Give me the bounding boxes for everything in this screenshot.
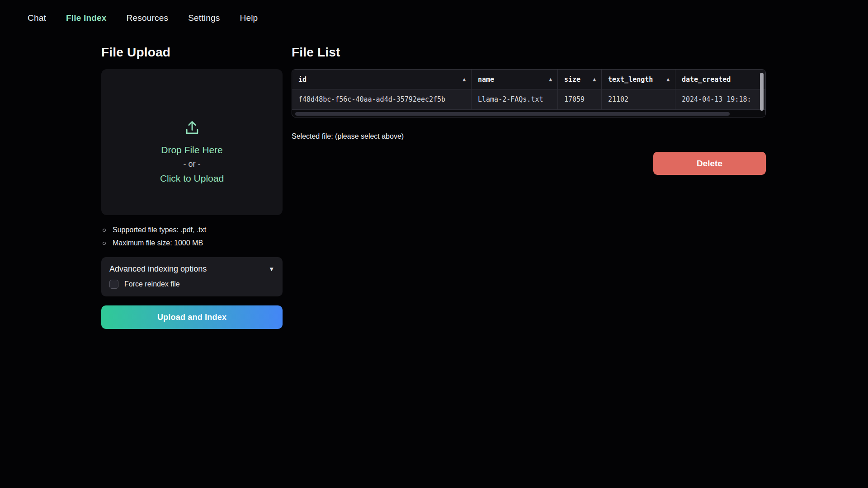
delete-button[interactable]: Delete (653, 152, 766, 175)
column-label: text_length (608, 75, 653, 84)
cell-id[interactable]: f48d48bc-f56c-40aa-ad4d-35792eec2f5b (292, 89, 472, 109)
note-text: Maximum file size: 1000 MB (113, 239, 203, 247)
upload-icon (184, 119, 201, 138)
dropzone-or-text: - or - (184, 160, 201, 169)
force-reindex-label: Force reindex file (124, 280, 180, 288)
cell-size[interactable]: 17059 (558, 89, 602, 109)
column-header-size[interactable]: size ▲ (558, 70, 602, 89)
top-nav: Chat File Index Resources Settings Help (0, 0, 868, 36)
sort-asc-icon[interactable]: ▲ (593, 76, 596, 82)
table-row[interactable]: f48d48bc-f56c-40aa-ad4d-35792eec2f5b Lla… (292, 89, 765, 110)
note-max-size: Maximum file size: 1000 MB (101, 239, 283, 247)
cell-date-created[interactable]: 2024-04-13 19:18: (675, 89, 765, 109)
sort-asc-icon[interactable]: ▲ (666, 76, 670, 82)
column-header-name[interactable]: name ▲ (472, 70, 558, 89)
column-header-date-created[interactable]: date_created (675, 70, 765, 89)
vertical-scrollbar-thumb[interactable] (760, 73, 764, 111)
tab-help[interactable]: Help (240, 13, 258, 23)
bullet-icon (103, 242, 106, 245)
file-upload-panel: File Upload Drop File Here - or - Click … (101, 45, 283, 329)
checkbox-unchecked-icon[interactable] (109, 280, 118, 289)
cell-text-length[interactable]: 21102 (602, 89, 675, 109)
sort-asc-icon[interactable]: ▲ (549, 76, 552, 82)
tab-chat[interactable]: Chat (28, 13, 46, 23)
upload-notes-list: Supported file types: .pdf, .txt Maximum… (101, 226, 283, 247)
horizontal-scrollbar-thumb[interactable] (295, 112, 730, 116)
advanced-options-accordion: Advanced indexing options ▼ Force reinde… (101, 257, 283, 296)
table-header-row: id ▲ name ▲ size ▲ text_length ▲ date_cr… (292, 70, 765, 89)
dropzone-drop-text: Drop File Here (161, 145, 223, 155)
column-label: size (564, 75, 580, 84)
tab-file-index[interactable]: File Index (66, 13, 107, 23)
cell-name[interactable]: Llama-2-FAQs.txt (472, 89, 558, 109)
file-table: id ▲ name ▲ size ▲ text_length ▲ date_cr… (292, 69, 766, 117)
horizontal-scrollbar[interactable] (292, 110, 765, 117)
bullet-icon (103, 229, 106, 232)
file-dropzone[interactable]: Drop File Here - or - Click to Upload (101, 69, 283, 215)
app-window: Chat File Index Resources Settings Help … (0, 0, 868, 488)
file-list-panel: File List id ▲ name ▲ size ▲ text_length… (292, 45, 766, 175)
chevron-down-icon: ▼ (269, 266, 274, 272)
column-header-id[interactable]: id ▲ (292, 70, 472, 89)
upload-and-index-button[interactable]: Upload and Index (101, 305, 283, 329)
file-upload-title: File Upload (101, 45, 283, 60)
advanced-options-header[interactable]: Advanced indexing options ▼ (109, 264, 274, 274)
tab-settings[interactable]: Settings (188, 13, 220, 23)
tab-resources[interactable]: Resources (127, 13, 169, 23)
advanced-options-label: Advanced indexing options (109, 264, 207, 274)
file-list-title: File List (292, 45, 766, 60)
force-reindex-checkbox-row[interactable]: Force reindex file (109, 280, 274, 289)
column-label: name (478, 75, 494, 84)
column-label: id (298, 75, 307, 84)
column-label: date_created (682, 75, 731, 84)
note-text: Supported file types: .pdf, .txt (113, 226, 206, 234)
column-header-text-length[interactable]: text_length ▲ (602, 70, 675, 89)
delete-button-row: Delete (292, 152, 766, 175)
selected-file-status: Selected file: (please select above) (292, 132, 766, 141)
note-supported-types: Supported file types: .pdf, .txt (101, 226, 283, 234)
click-to-upload-link[interactable]: Click to Upload (160, 173, 224, 184)
sort-asc-icon[interactable]: ▲ (462, 76, 466, 82)
